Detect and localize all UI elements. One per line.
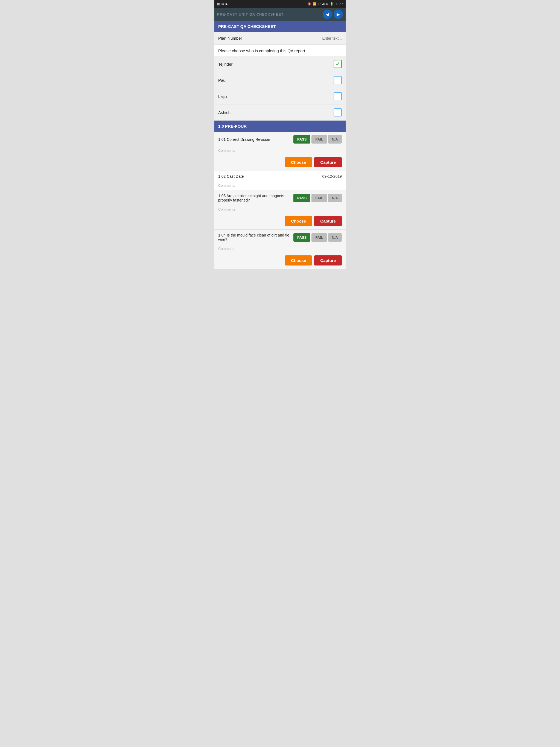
check-item-101-label: 1.01 Correct Drawing Revision [218,137,294,141]
battery-icon: 🔋 [330,2,334,6]
check-item-101-header: 1.01 Correct Drawing Revision PASS FAIL … [214,132,346,147]
comments-row-101: Comments: [214,147,346,155]
btn-fail-101[interactable]: FAIL [311,135,327,144]
check-item-104-label: 1.04 Is the mould face clean of dirt and… [218,233,294,242]
comments-row-102: Comments: [214,182,346,190]
check-item-102-label: 1.02 Cast Date [218,174,322,179]
comments-label-101: Comments: [218,149,236,153]
plan-number-label: Plan Number [218,36,280,41]
play-icon: ▶ [226,2,228,6]
person-row-tejinder: Tejinder [214,56,346,72]
btn-pass-104[interactable]: PASS [294,233,310,242]
person-name-paul: Paul [218,78,226,83]
action-buttons-row-104: Choose Capture [214,253,346,269]
check-item-104: 1.04 Is the mould face clean of dirt and… [214,230,346,269]
forward-button[interactable]: ▶ [334,9,343,19]
checkbox-paul[interactable] [334,76,342,84]
checkbox-ashish[interactable] [334,108,342,117]
section-1-header: 1.0 PRE-POUR [214,121,346,132]
checkbox-tejinder[interactable] [334,60,342,68]
comments-label-104: Comments: [218,247,236,251]
nav-buttons: ◀ ▶ [323,9,343,19]
person-name-laiju: Laiju [218,94,227,99]
status-bar: ▦ ✉ ▶ 🔇 📶 R 36% 🔋 11:57 [214,0,346,8]
check-item-102: 1.02 Cast Date 09-12-2019 Comments: [214,171,346,190]
check-item-102-header: 1.02 Cast Date 09-12-2019 [214,171,346,182]
mail-icon: ✉ [222,2,224,6]
btn-fail-103[interactable]: FAIL [311,194,327,202]
check-item-103-label: 1.03 Are all sides straight and magnets … [218,194,294,202]
signal-icon: R [318,2,321,5]
person-name-ashish: Ashish [218,110,230,115]
comments-label-102: Comments: [218,183,236,187]
check-item-103-header: 1.03 Are all sides straight and magnets … [214,190,346,206]
gallery-icon: ▦ [217,2,220,6]
time-display: 11:57 [335,2,343,5]
capture-button-101[interactable]: Capture [314,157,342,168]
action-buttons-row-103: Choose Capture [214,214,346,229]
battery-text: 36% [322,2,328,5]
checkbox-laiju[interactable] [334,92,342,100]
action-buttons-row-101: Choose Capture [214,155,346,171]
btn-fail-104[interactable]: FAIL [311,233,327,242]
back-button[interactable]: ◀ [323,9,332,19]
choose-button-101[interactable]: Choose [285,157,312,168]
comments-row-103: Comments: [214,206,346,214]
check-item-101-buttons: PASS FAIL N/A [294,135,342,144]
btn-na-104[interactable]: N/A [328,233,342,242]
check-item-102-value: 09-12-2019 [322,174,342,179]
person-row-ashish: Ashish [214,104,346,121]
main-section-header: PRE-CAST QA CHECKSHEET [214,21,346,32]
check-item-104-buttons: PASS FAIL N/A [294,233,342,242]
mute-icon: 🔇 [307,2,311,6]
btn-na-101[interactable]: N/A [328,135,342,144]
choose-button-103[interactable]: Choose [285,216,312,226]
status-right: 🔇 📶 R 36% 🔋 11:57 [307,2,343,6]
person-row-laiju: Laiju [214,88,346,104]
top-nav-title: PRE-CAST UNIT QA CHECKSHEET [217,12,323,17]
comments-label-103: Comments: [218,207,236,211]
plan-number-row: Plan Number [214,32,346,45]
check-item-103: 1.03 Are all sides straight and magnets … [214,190,346,230]
btn-pass-103[interactable]: PASS [294,194,310,202]
qa-prompt: Please choose who is completing this QA … [214,45,346,56]
check-item-103-buttons: PASS FAIL N/A [294,194,342,202]
person-row-paul: Paul [214,72,346,88]
btn-pass-101[interactable]: PASS [294,135,310,144]
wifi-icon: 📶 [313,2,316,6]
status-icons: ▦ ✉ ▶ [217,2,228,6]
top-nav-bar: PRE-CAST UNIT QA CHECKSHEET ◀ ▶ [214,8,346,21]
check-item-104-header: 1.04 Is the mould face clean of dirt and… [214,230,346,245]
choose-button-104[interactable]: Choose [285,255,312,265]
capture-button-104[interactable]: Capture [314,255,342,265]
check-item-101: 1.01 Correct Drawing Revision PASS FAIL … [214,132,346,171]
btn-na-103[interactable]: N/A [328,194,342,202]
capture-button-103[interactable]: Capture [314,216,342,226]
comments-row-104: Comments: [214,245,346,253]
person-name-tejinder: Tejinder [218,62,233,67]
plan-number-input[interactable] [280,36,342,41]
